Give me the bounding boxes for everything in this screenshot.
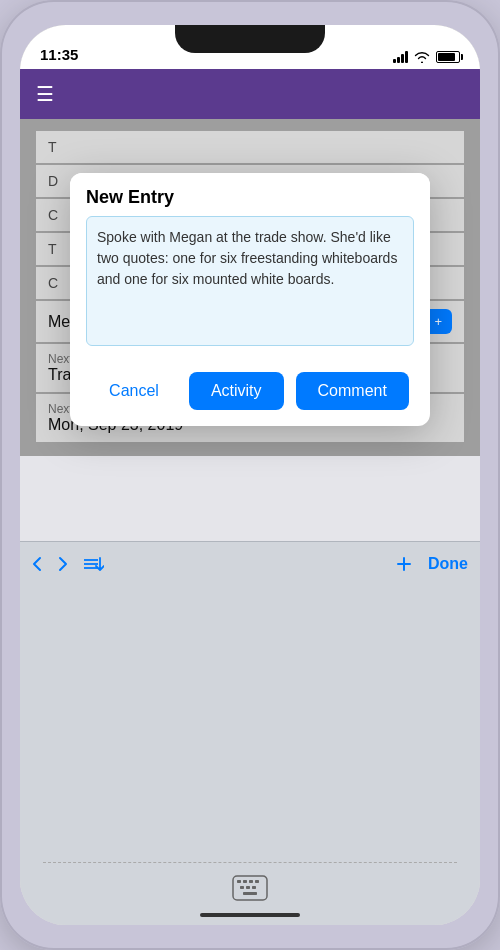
phone-shell: 11:35 ☰	[0, 0, 500, 950]
wifi-icon	[414, 51, 430, 63]
toolbar-prev-button[interactable]	[32, 556, 42, 572]
screen-content: ☰ T D C T C	[20, 25, 480, 925]
phone-screen: 11:35 ☰	[20, 25, 480, 925]
toolbar-next-button[interactable]	[58, 556, 68, 572]
toolbar-right: Done	[396, 555, 468, 573]
dialog-textarea[interactable]	[86, 216, 414, 346]
cancel-button[interactable]: Cancel	[91, 374, 177, 408]
modal-overlay: New Entry Cancel Activity Comment	[20, 113, 480, 925]
status-icons	[393, 51, 460, 63]
comment-button[interactable]: Comment	[296, 372, 409, 410]
signal-icon	[393, 51, 408, 63]
toolbar-add-button[interactable]	[396, 556, 412, 572]
toolbar-nav	[32, 556, 396, 572]
toolbar-done-button[interactable]: Done	[428, 555, 468, 573]
toolbar-indent-button[interactable]	[84, 556, 104, 572]
hamburger-icon[interactable]: ☰	[36, 82, 54, 106]
battery-icon	[436, 51, 460, 63]
dialog-title-bar: New Entry	[70, 173, 430, 216]
dialog-buttons: Cancel Activity Comment	[70, 362, 430, 426]
dialog-textarea-wrap	[70, 216, 430, 362]
app-background: ☰ T D C T C	[20, 69, 480, 925]
activity-button[interactable]: Activity	[189, 372, 284, 410]
keyboard-toolbar: Done	[20, 541, 480, 585]
dialog: New Entry Cancel Activity Comment	[70, 173, 430, 426]
app-header: ☰	[20, 69, 480, 119]
dialog-title: New Entry	[86, 187, 174, 207]
notch	[175, 25, 325, 53]
